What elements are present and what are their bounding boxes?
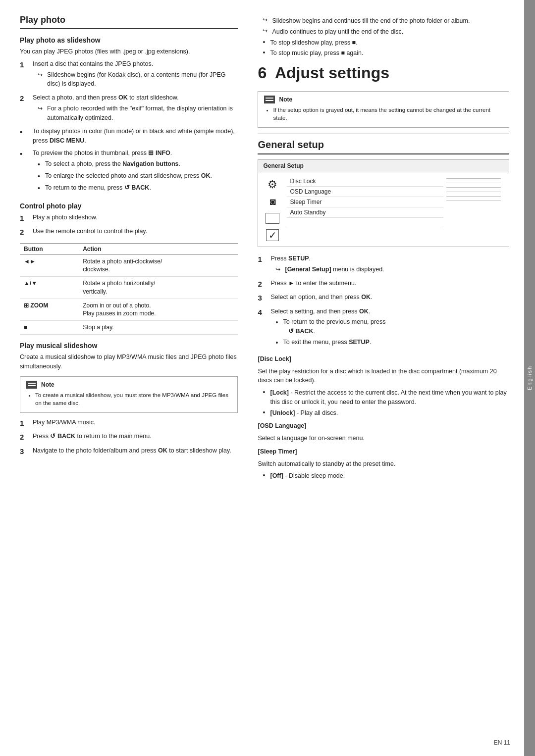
list-item: 2 Use the remote control to control the … [20, 227, 238, 238]
list-item: 1 Insert a disc that contains the JPEG p… [20, 59, 238, 90]
setup-icons-col: ⚙ ◙ ✓ [261, 176, 284, 243]
note-box-settings: Note If the setup option is grayed out, … [258, 91, 509, 128]
disc-lock-label: [Disc Lock] [258, 354, 509, 364]
setup-steps-list: 1 Press SETUP. ↪ [General Setup] menu is… [258, 254, 509, 350]
sleep-timer-body: Switch automatically to standby at the p… [258, 459, 509, 469]
setup-box-body: ⚙ ◙ ✓ [258, 172, 509, 247]
bullet-item: • [Lock] - Restrict the access to the cu… [258, 388, 509, 407]
table-row: ⊞ ZOOM Zoom in or out of a photo.Play pa… [20, 299, 238, 321]
side-tab: English [524, 0, 535, 756]
note-list: If the setup option is grayed out, it me… [264, 106, 503, 122]
table-row: ■ Stop a play. [20, 321, 238, 335]
arrow-item: ↪ Slideshow begins and continues till th… [258, 16, 509, 26]
gear-icon: ⚙ [264, 177, 281, 192]
table-cell-button: ⊞ ZOOM [20, 299, 79, 321]
setup-menu-item: Disc Lock [287, 176, 443, 187]
sleep-timer-label: [Sleep Timer] [258, 447, 509, 456]
arrow-item: ↪ Slideshow begins (for Kodak disc), or … [33, 70, 238, 89]
setup-menu-item: Sleep Timer [287, 197, 443, 207]
chapter-name: Adjust settings [275, 64, 389, 82]
setup-menu-item: OSD Language [287, 187, 443, 197]
note-label: Note [41, 381, 54, 388]
list-item: 2 Press ↺ BACK to return to the main men… [20, 432, 238, 443]
menu-line [446, 192, 501, 192]
note-item: If the setup option is grayed out, it me… [273, 106, 503, 122]
bullet-item: • To stop slideshow play, press ■. [258, 38, 509, 48]
list-item: • To display photos in color (fun mode) … [20, 127, 238, 146]
note-list: To create a musical slideshow, you must … [26, 391, 231, 407]
bullet-item: • To select a photo, press the Navigatio… [33, 159, 238, 170]
subsection-title-slideshow: Play photo as slideshow [20, 36, 238, 44]
arrow-item: ↪ For a photo recorded with the "exif" f… [33, 104, 238, 123]
right-column: ↪ Slideshow begins and continues till th… [253, 15, 509, 741]
bullet-item: • To exit the menu, press SETUP. [270, 338, 509, 348]
control-table: Button Action ◄► Rotate a photo anti-clo… [20, 243, 238, 335]
menu-line [446, 187, 501, 188]
disc-lock-body: Set the play restriction for a disc whic… [258, 367, 509, 386]
note-header: Note [264, 96, 503, 103]
list-item: 2 Press ► to enter the submenu. [258, 279, 509, 290]
sleep-timer-section: [Sleep Timer] Switch automatically to st… [258, 447, 509, 481]
list-item: 3 Navigate to the photo folder/album and… [20, 446, 238, 457]
menu-line [446, 201, 501, 201]
list-item: 4 Select a setting, and then press OK. •… [258, 307, 509, 350]
osd-body: Select a language for on-screen menu. [258, 434, 509, 443]
note-icon [26, 381, 37, 389]
table-cell-action: Stop a play. [79, 321, 238, 335]
menu-line [446, 178, 501, 179]
chapter-number: 6 [258, 64, 267, 82]
subsection-title-musical: Play musical slideshow [20, 342, 238, 350]
setup-menu-item-blank [287, 218, 443, 228]
section-title-general-setup: General setup [258, 139, 509, 154]
bullet-item: • To enlarge the selected photo and star… [33, 171, 238, 182]
table-header-button: Button [20, 243, 79, 254]
note-label: Note [279, 96, 292, 103]
slideshow-steps: 1 Insert a disc that contains the JPEG p… [20, 59, 238, 195]
note-header: Note [26, 381, 231, 389]
list-item: 1 Play a photo slideshow. [20, 213, 238, 224]
note-icon [264, 96, 275, 103]
audio-icon: ◙ [264, 194, 281, 209]
bullet-item: • To stop music play, press ■ again. [258, 49, 509, 58]
bullet-item: • [Off] - Disable sleep mode. [258, 471, 509, 481]
bullet-item: • To return to the menu, press ↺ BACK. [33, 183, 238, 194]
setup-box: General Setup ⚙ ◙ ✓ [258, 159, 509, 247]
menu-line [446, 196, 501, 197]
divider [258, 134, 509, 134]
osd-label: [OSD Language] [258, 421, 509, 431]
list-item: 3 Select an option, and then press OK. [258, 293, 509, 304]
top-bullets: ↪ Slideshow begins and continues till th… [258, 16, 509, 58]
table-header-action: Action [79, 243, 238, 254]
bullet-item: • [Unlock] - Play all discs. [258, 408, 509, 418]
table-cell-action: Rotate a photo horizontally/vertically. [79, 277, 238, 299]
setup-menu-col: Disc Lock OSD Language Sleep Timer Auto … [287, 176, 443, 243]
check-icon: ✓ [264, 228, 281, 243]
musical-steps: 1 Play MP3/WMA music. 2 Press ↺ BACK to … [20, 418, 238, 457]
table-cell-action: Rotate a photo anti-clockwise/clockwise. [79, 254, 238, 277]
setup-menu-item-auto-standby: Auto Standby [287, 207, 443, 218]
slideshow-intro: You can play JPEG photos (files with .jp… [20, 47, 238, 56]
disc-lock-section: [Disc Lock] Set the play restriction for… [258, 354, 509, 418]
page-footer: EN 11 [494, 739, 510, 746]
table-cell-button: ▲/▼ [20, 277, 79, 299]
chapter-title: 6 Adjust settings [258, 64, 509, 82]
table-row: ◄► Rotate a photo anti-clockwise/clockwi… [20, 254, 238, 277]
list-item: • To preview the photos in thumbnail, pr… [20, 149, 238, 195]
bullet-item: • To return to the previous menu, press … [270, 317, 509, 336]
setup-menu-item-blank [287, 228, 443, 238]
setup-right-lines [446, 176, 506, 243]
list-item: 1 Press SETUP. ↪ [General Setup] menu is… [258, 254, 509, 276]
menu-line [446, 183, 501, 183]
table-cell-button: ◄► [20, 254, 79, 277]
page-number: EN 11 [494, 739, 510, 746]
osd-language-section: [OSD Language] Select a language for on-… [258, 421, 509, 443]
side-tab-label: English [527, 365, 533, 390]
blank-rectangle-icon [264, 211, 281, 226]
control-steps: 1 Play a photo slideshow. 2 Use the remo… [20, 213, 238, 238]
left-column: Play photo Play photo as slideshow You c… [20, 15, 253, 741]
musical-intro: Create a musical slideshow to play MP3/W… [20, 353, 238, 371]
table-row: ▲/▼ Rotate a photo horizontally/vertical… [20, 277, 238, 299]
subsection-title-control: Control photo play [20, 202, 238, 210]
list-item: 1 Play MP3/WMA music. [20, 418, 238, 429]
note-box-musical: Note To create a musical slideshow, you … [20, 376, 238, 413]
